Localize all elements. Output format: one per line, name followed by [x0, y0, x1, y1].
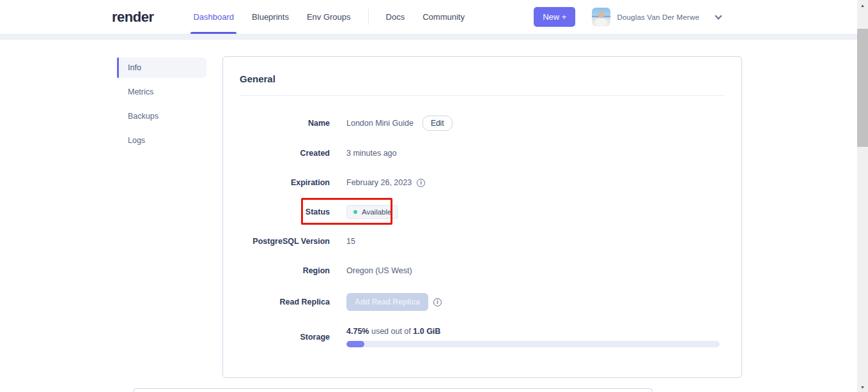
- nav-item-env-groups[interactable]: Env Groups: [298, 0, 360, 34]
- new-button[interactable]: New +: [534, 7, 575, 27]
- sidebar-item-backups[interactable]: Backups: [117, 106, 206, 126]
- info-rows: Name London Mini Guide Edit Created 3 mi…: [240, 96, 725, 348]
- name-value: London Mini Guide Edit: [346, 116, 453, 131]
- created-value: 3 minutes ago: [346, 149, 397, 158]
- postgresql-version-value: 15: [346, 237, 355, 246]
- name-value-text: London Mini Guide: [346, 119, 414, 128]
- storage-usage-text: 4.75% used out of 1.0 GiB: [346, 327, 720, 336]
- user-avatar[interactable]: [592, 8, 610, 26]
- status-value: Available: [346, 205, 398, 219]
- expiration-value: February 26, 2023 i: [346, 178, 425, 187]
- scrollbar-down-arrow[interactable]: ▼: [857, 382, 868, 392]
- read-replica-value: Add Read Replica i: [346, 293, 442, 311]
- read-replica-label: Read Replica: [240, 298, 330, 306]
- status-badge-text: Available: [362, 208, 391, 216]
- sidebar-item-logs[interactable]: Logs: [117, 130, 206, 151]
- postgresql-version-row: PostgreSQL Version 15: [240, 234, 725, 248]
- general-card: General Name London Mini Guide Edit Crea…: [222, 56, 742, 378]
- page-content: Info Metrics Backups Logs General Name L…: [0, 40, 868, 378]
- main-nav: Dashboard Blueprints Env Groups Docs Com…: [184, 0, 473, 34]
- storage-total: 1.0 GiB: [413, 327, 440, 336]
- nav-item-docs[interactable]: Docs: [377, 0, 414, 34]
- region-row: Region Oregon (US West): [240, 264, 725, 278]
- region-value: Oregon (US West): [346, 266, 412, 275]
- nav-right-group: New + Douglas Van Der Merwe: [534, 0, 721, 34]
- status-dot-icon: [353, 210, 357, 214]
- scrollbar-up-arrow[interactable]: ▲: [857, 0, 868, 10]
- created-label: Created: [240, 149, 330, 158]
- status-label: Status: [240, 207, 330, 216]
- render-logo[interactable]: render: [112, 9, 153, 26]
- header-substrip: [0, 34, 868, 40]
- expiration-row: Expiration February 26, 2023 i: [240, 176, 725, 190]
- region-label: Region: [240, 266, 330, 275]
- sidebar-item-info[interactable]: Info: [117, 57, 206, 78]
- top-navigation: render Dashboard Blueprints Env Groups D…: [0, 0, 868, 34]
- storage-infix: used out of: [371, 327, 411, 336]
- expiration-label: Expiration: [240, 178, 330, 187]
- nav-item-blueprints[interactable]: Blueprints: [243, 0, 298, 34]
- edit-name-button[interactable]: Edit: [422, 116, 453, 131]
- storage-used-pct: 4.75%: [346, 327, 369, 336]
- storage-label: Storage: [240, 333, 330, 342]
- storage-block: 4.75% used out of 1.0 GiB: [346, 327, 720, 347]
- status-badge: Available: [346, 205, 398, 219]
- nav-item-dashboard[interactable]: Dashboard: [184, 0, 243, 34]
- sidebar: Info Metrics Backups Logs: [117, 57, 206, 378]
- scrollbar-thumb[interactable]: [857, 29, 868, 147]
- status-row: Status Available: [240, 205, 725, 219]
- nav-divider: [368, 9, 369, 25]
- sidebar-item-metrics[interactable]: Metrics: [117, 82, 206, 102]
- chevron-down-icon[interactable]: [715, 12, 722, 19]
- storage-progress-fill: [346, 341, 364, 347]
- name-row: Name London Mini Guide Edit: [240, 116, 725, 131]
- postgresql-version-label: PostgreSQL Version: [240, 237, 330, 246]
- next-section-card-edge: [133, 388, 653, 392]
- card-title: General: [240, 73, 725, 84]
- read-replica-row: Read Replica Add Read Replica i: [240, 293, 725, 311]
- storage-row: Storage 4.75% used out of 1.0 GiB: [240, 326, 725, 348]
- add-read-replica-button[interactable]: Add Read Replica: [346, 293, 428, 311]
- vertical-scrollbar[interactable]: ▲ ▼: [857, 0, 868, 392]
- expiration-value-text: February 26, 2023: [346, 178, 412, 187]
- name-label: Name: [240, 119, 330, 128]
- read-replica-info-icon[interactable]: i: [433, 298, 442, 306]
- created-row: Created 3 minutes ago: [240, 146, 725, 160]
- expiration-info-icon[interactable]: i: [417, 179, 425, 187]
- user-name: Douglas Van Der Merwe: [617, 13, 699, 21]
- storage-progress-track: [346, 341, 720, 347]
- nav-item-community[interactable]: Community: [414, 0, 474, 34]
